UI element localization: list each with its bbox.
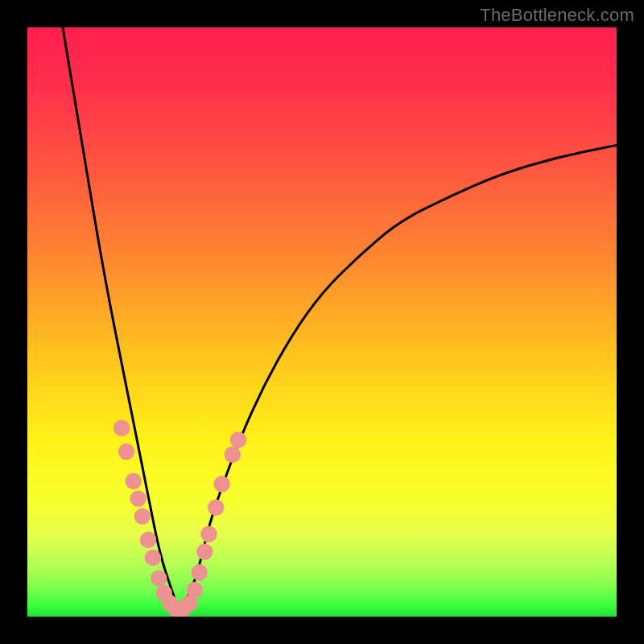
watermark-text: TheBottleneck.com <box>480 5 634 26</box>
data-marker <box>140 532 157 549</box>
curve-right_branch <box>180 145 617 610</box>
chart-stage: TheBottleneck.com <box>0 0 644 644</box>
data-marker <box>208 499 225 516</box>
data-marker <box>230 431 247 448</box>
data-marker <box>224 446 241 463</box>
data-marker <box>118 444 135 460</box>
data-marker <box>114 420 130 437</box>
data-marker <box>130 490 147 507</box>
data-marker <box>187 582 204 599</box>
data-marker <box>126 473 142 489</box>
data-marker <box>213 476 230 493</box>
chart-svg <box>27 27 617 617</box>
data-marker <box>134 508 151 525</box>
data-marker <box>151 570 167 587</box>
data-marker <box>145 550 162 567</box>
curve-left_branch <box>63 27 180 611</box>
data-marker <box>196 543 213 560</box>
data-marker <box>200 526 217 543</box>
plot-area <box>27 27 617 617</box>
marker-group <box>114 420 246 617</box>
data-marker <box>191 564 207 581</box>
